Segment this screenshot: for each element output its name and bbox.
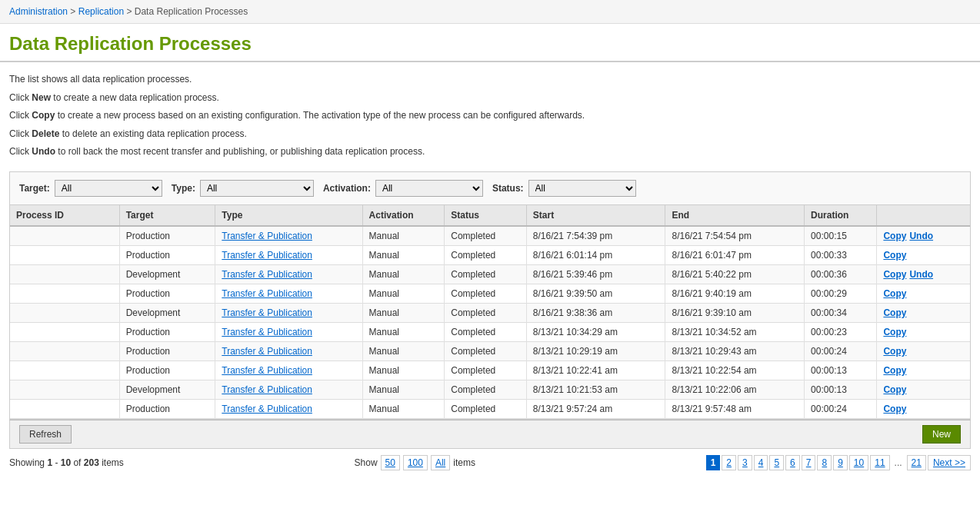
cell-type: Transfer & Publication [215, 380, 362, 399]
cell-duration: 00:00:29 [805, 284, 877, 303]
page-links: 1 2 3 4 5 6 7 8 9 10 11 ... 21 Next >> [706, 455, 971, 470]
copy-action[interactable]: Copy [883, 269, 906, 280]
cell-type: Transfer & Publication [215, 303, 362, 322]
cell-duration: 00:00:13 [805, 380, 877, 399]
refresh-button[interactable]: Refresh [19, 425, 72, 444]
cell-duration: 00:00:15 [805, 226, 877, 246]
table-row: DevelopmentTransfer & PublicationManualC… [10, 303, 970, 322]
col-status: Status [445, 205, 527, 226]
desc-undo-bold: Undo [32, 146, 55, 157]
cell-target: Development [119, 264, 215, 284]
activation-select[interactable]: All Manual Scheduled [375, 180, 483, 197]
cell-duration: 00:00:13 [805, 360, 877, 380]
type-link[interactable]: Transfer & Publication [222, 384, 312, 395]
show-all[interactable]: All [431, 455, 450, 470]
cell-actions: CopyUndo [877, 264, 970, 284]
breadcrumb-admin[interactable]: Administration [9, 6, 68, 17]
cell-target: Development [119, 303, 215, 322]
undo-action[interactable]: Undo [909, 231, 933, 241]
page-7[interactable]: 7 [802, 455, 816, 470]
activation-label: Activation: [323, 183, 371, 194]
copy-action[interactable]: Copy [883, 404, 906, 414]
type-select[interactable]: All Transfer & Publication Publication O… [200, 180, 314, 197]
page-9[interactable]: 9 [833, 455, 848, 470]
copy-action[interactable]: Copy [883, 231, 906, 241]
page-3[interactable]: 3 [738, 455, 752, 470]
copy-action[interactable]: Copy [883, 250, 906, 261]
showing-start: 1 [47, 457, 52, 468]
filters-bar: Target: All Production Development Type:… [9, 171, 971, 205]
status-select[interactable]: All Completed Failed Running [528, 180, 636, 197]
page-8[interactable]: 8 [817, 455, 832, 470]
page-21[interactable]: 21 [907, 455, 926, 470]
cell-actions: Copy [877, 380, 970, 399]
cell-actions: Copy [877, 322, 970, 341]
col-end: End [665, 205, 805, 226]
new-button[interactable]: New [922, 425, 961, 444]
type-link[interactable]: Transfer & Publication [222, 288, 312, 299]
page-11[interactable]: 11 [870, 455, 889, 470]
table-row: ProductionTransfer & PublicationManualCo… [10, 284, 970, 303]
cell-activation: Manual [362, 284, 445, 303]
type-link[interactable]: Transfer & Publication [222, 346, 312, 357]
page-10[interactable]: 10 [849, 455, 868, 470]
target-label: Target: [19, 183, 50, 194]
type-link[interactable]: Transfer & Publication [222, 231, 312, 241]
type-link[interactable]: Transfer & Publication [222, 269, 312, 280]
table-row: ProductionTransfer & PublicationManualCo… [10, 322, 970, 341]
copy-action[interactable]: Copy [883, 384, 906, 395]
table-row: DevelopmentTransfer & PublicationManualC… [10, 380, 970, 399]
page-5[interactable]: 5 [769, 455, 784, 470]
next-button[interactable]: Next >> [928, 455, 971, 470]
type-link[interactable]: Transfer & Publication [222, 250, 312, 261]
cell-target: Production [119, 284, 215, 303]
page-4[interactable]: 4 [754, 455, 768, 470]
status-filter-group: Status: All Completed Failed Running [492, 180, 636, 197]
copy-action[interactable]: Copy [883, 307, 906, 318]
type-link[interactable]: Transfer & Publication [222, 327, 312, 337]
table-row: ProductionTransfer & PublicationManualCo… [10, 360, 970, 380]
breadcrumb-current: Data Replication Processes [135, 6, 248, 17]
type-link[interactable]: Transfer & Publication [222, 307, 312, 318]
copy-action[interactable]: Copy [883, 288, 906, 299]
ellipsis: ... [892, 456, 905, 470]
cell-start: 8/16/21 7:54:39 pm [526, 226, 665, 246]
undo-action[interactable]: Undo [909, 269, 933, 280]
show-50[interactable]: 50 [381, 455, 400, 470]
cell-target: Production [119, 322, 215, 341]
cell-actions: Copy [877, 341, 970, 360]
cell-process-id [10, 380, 119, 399]
cell-duration: 00:00:24 [805, 341, 877, 360]
copy-action[interactable]: Copy [883, 365, 906, 376]
cell-target: Production [119, 360, 215, 380]
col-target: Target [119, 205, 215, 226]
page-6[interactable]: 6 [785, 455, 800, 470]
table-header-row: Process ID Target Type Activation Status… [10, 205, 970, 226]
cell-activation: Manual [362, 360, 445, 380]
cell-duration: 00:00:34 [805, 303, 877, 322]
type-link[interactable]: Transfer & Publication [222, 365, 312, 376]
copy-action[interactable]: Copy [883, 327, 906, 337]
cell-activation: Manual [362, 322, 445, 341]
cell-actions: Copy [877, 399, 970, 418]
cell-duration: 00:00:24 [805, 399, 877, 418]
showing-end: 10 [61, 457, 71, 468]
page-2[interactable]: 2 [722, 455, 736, 470]
cell-status: Completed [445, 245, 527, 264]
cell-duration: 00:00:33 [805, 245, 877, 264]
show-100[interactable]: 100 [403, 455, 428, 470]
copy-action[interactable]: Copy [883, 346, 906, 357]
table-row: ProductionTransfer & PublicationManualCo… [10, 245, 970, 264]
col-duration: Duration [805, 205, 877, 226]
data-table: Process ID Target Type Activation Status… [10, 205, 970, 419]
cell-target: Production [119, 226, 215, 246]
cell-activation: Manual [362, 245, 445, 264]
breadcrumb-replication[interactable]: Replication [78, 6, 124, 17]
cell-actions: Copy [877, 303, 970, 322]
type-link[interactable]: Transfer & Publication [222, 404, 312, 414]
page-1[interactable]: 1 [706, 455, 721, 470]
cell-actions: CopyUndo [877, 226, 970, 246]
target-select[interactable]: All Production Development [55, 180, 162, 197]
breadcrumb: Administration > Replication > Data Repl… [0, 0, 980, 24]
showing-count: 203 [84, 457, 99, 468]
